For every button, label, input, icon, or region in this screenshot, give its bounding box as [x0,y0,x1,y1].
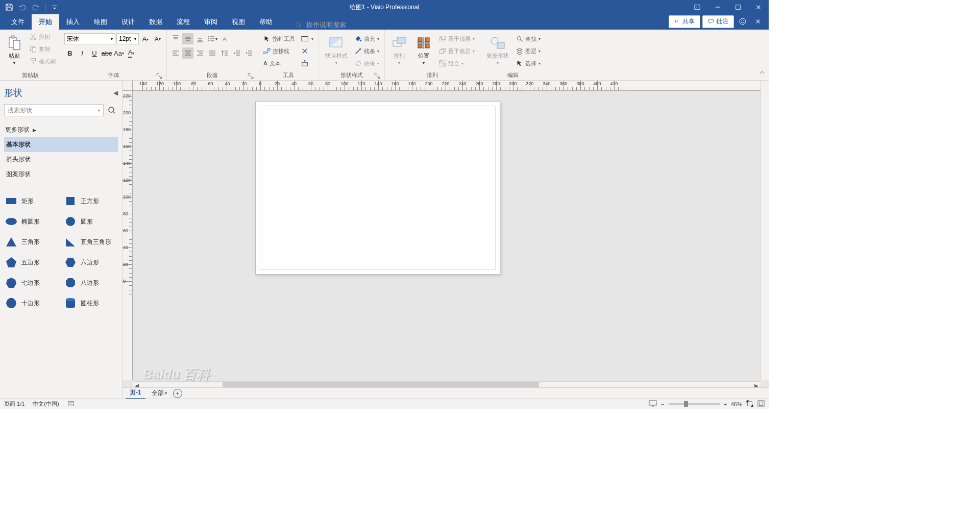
line-button[interactable]: 线条▾ [353,45,381,57]
redo-icon[interactable] [32,3,40,11]
delete-tool-icon[interactable] [299,45,315,57]
search-icon[interactable] [106,104,118,116]
layers-button[interactable]: 图层▾ [514,45,543,57]
tab-file[interactable]: 文件 [4,14,32,30]
connection-point-icon[interactable] [299,58,315,69]
decrease-indent-icon[interactable] [231,47,242,59]
align-center-icon[interactable] [182,47,193,59]
tab-help[interactable]: 帮助 [252,14,280,30]
cut-button[interactable]: 剪切 [28,31,58,42]
dialog-launcher-icon[interactable] [374,73,380,79]
shape-cylinder[interactable]: 圆柱形 [63,294,118,312]
align-right-icon[interactable] [194,47,206,59]
drawing-page[interactable] [255,101,500,275]
group-button[interactable]: 组合▾ [437,58,477,69]
fit-page-icon[interactable] [746,400,753,408]
zoom-out-icon[interactable]: − [661,401,664,407]
font-name-combo[interactable]: 宋体▾ [64,33,115,44]
minimize-icon[interactable] [707,0,728,14]
share-button[interactable]: 共享 [669,15,700,28]
effects-button[interactable]: 效果▾ [353,58,381,69]
zoom-in-icon[interactable]: + [724,401,727,407]
justify-icon[interactable] [207,47,218,59]
shape-circle[interactable]: 圆形 [63,212,118,231]
canvas-viewport[interactable] [133,91,761,380]
undo-icon[interactable] [18,3,27,11]
shape-rtriangle[interactable]: 直角三角形 [63,233,118,251]
strike-icon[interactable]: abc [101,47,112,59]
shape-hexagon[interactable]: 六边形 [63,253,118,271]
collapse-panel-icon[interactable]: ◀ [113,89,118,96]
tab-data[interactable]: 数据 [142,14,169,30]
select-button[interactable]: 选择▾ [514,58,543,69]
clear-format-icon[interactable]: A [219,33,230,44]
dialog-launcher-icon[interactable] [156,73,162,79]
tab-home[interactable]: 开始 [32,14,59,30]
stencil-pattern[interactable]: 图案形状 [4,167,118,182]
increase-indent-icon[interactable] [243,47,255,59]
align-top-icon[interactable] [170,33,181,44]
fill-button[interactable]: 填充▾ [353,33,381,44]
change-shape-button[interactable]: 更改形状▼ [483,31,512,69]
align-left-icon[interactable] [170,47,181,59]
bold-icon[interactable]: B [64,47,76,59]
rectangle-tool-button[interactable]: ▾ [299,33,315,44]
scrollbar-vertical[interactable] [761,81,769,380]
shape-octagon[interactable]: 八边形 [63,274,118,292]
align-bottom-icon[interactable] [194,33,206,44]
shape-decagon[interactable]: 十边形 [4,294,59,312]
fit-window-icon[interactable] [757,400,765,408]
close-x-icon[interactable] [751,15,765,28]
italic-icon[interactable]: I [77,47,88,59]
underline-icon[interactable]: U [89,47,100,59]
comments-button[interactable]: 批注 [702,15,734,28]
zoom-level[interactable]: 46% [731,401,742,407]
shape-pentagon[interactable]: 五边形 [4,253,59,271]
bullets-icon[interactable]: ▾ [207,33,218,44]
maximize-icon[interactable] [728,0,748,14]
qat-customize-icon[interactable] [51,3,59,11]
shrink-font-icon[interactable]: A▾ [152,33,163,44]
quick-styles-button[interactable]: 快速样式▼ [322,31,351,69]
presentation-mode-icon[interactable] [649,400,657,408]
find-button[interactable]: 查找▾ [514,33,543,44]
ribbon-display-icon[interactable] [687,0,707,14]
connector-tool-button[interactable]: 连接线 [261,45,297,57]
font-size-combo[interactable]: 12pt▾ [116,33,139,44]
grow-font-icon[interactable]: A▴ [140,33,151,44]
tab-view[interactable]: 视图 [225,14,252,30]
shape-triangle[interactable]: 三角形 [4,233,59,251]
feedback-icon[interactable] [736,15,749,28]
tab-process[interactable]: 流程 [169,14,197,30]
shape-ellipse[interactable]: 椭圆形 [4,212,59,231]
stencil-basic[interactable]: 基本形状 [4,137,118,152]
pointer-tool-button[interactable]: 指针工具 [261,33,297,44]
send-back-button[interactable]: 置于底层▾ [437,45,477,57]
close-icon[interactable] [748,0,769,14]
paste-button[interactable]: 粘贴▼ [3,31,26,69]
zoom-slider[interactable] [669,403,720,405]
stencil-arrow[interactable]: 箭头形状 [4,152,118,167]
tab-review[interactable]: 审阅 [197,14,225,30]
font-color-icon[interactable]: A▾ [126,47,137,59]
page-tab-all[interactable]: 全部▾ [152,389,167,398]
change-case-icon[interactable]: Aa▾ [113,47,125,59]
more-shapes-link[interactable]: 更多形状▶ [4,122,118,137]
add-page-icon[interactable]: + [173,389,182,398]
status-language[interactable]: 中文(中国) [33,400,59,408]
shape-heptagon[interactable]: 七边形 [4,274,59,292]
tab-design[interactable]: 设计 [114,14,142,30]
tell-me-search[interactable]: 操作说明搜索 [295,20,346,30]
arrange-button[interactable]: 排列▼ [388,31,410,69]
format-painter-button[interactable]: 格式刷 [28,56,58,67]
align-middle-icon[interactable] [182,33,193,44]
shapes-search-input[interactable]: 搜索形状▾ [4,104,104,116]
page-tab-1[interactable]: 页-1 [126,387,145,399]
save-icon[interactable] [5,3,13,11]
bring-front-button[interactable]: 置于顶层▾ [437,33,477,44]
text-direction-icon[interactable] [219,47,230,59]
position-button[interactable]: 位置▼ [412,31,435,69]
text-tool-button[interactable]: A文本 [261,58,297,69]
dialog-launcher-icon[interactable] [248,73,254,79]
copy-button[interactable]: 复制 [28,43,58,55]
